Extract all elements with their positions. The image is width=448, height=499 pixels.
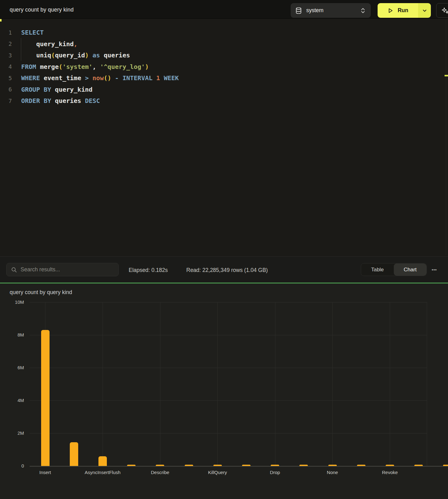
- y-axis-label: 2M: [0, 430, 24, 436]
- code-text: uniq(query_id) as queries: [21, 51, 130, 59]
- code-line[interactable]: 3 uniq(query_id) as queries: [0, 50, 448, 61]
- chart-bar[interactable]: [328, 465, 337, 466]
- chart-bar[interactable]: [185, 465, 193, 466]
- code-token: [89, 51, 93, 59]
- chart-bar[interactable]: [443, 465, 448, 466]
- code-token: [119, 74, 122, 82]
- x-axis-label: Insert: [19, 470, 72, 475]
- run-options-button[interactable]: [418, 3, 431, 18]
- chevron-up-down-icon: [360, 7, 366, 14]
- x-gridline: [217, 302, 218, 466]
- chart-bar[interactable]: [41, 330, 50, 466]
- x-axis-label: None: [306, 470, 359, 475]
- overview-ruler-marker: [445, 75, 448, 76]
- line-number: 6: [0, 86, 12, 93]
- code-token: (: [51, 51, 55, 59]
- code-text: WHERE event_time > now() - INTERVAL 1 WE…: [21, 74, 179, 82]
- x-axis-label: AsyncInsertFlush: [76, 470, 129, 475]
- code-token: as: [93, 51, 100, 59]
- x-axis-label: Revoke: [363, 470, 416, 475]
- sparkle-icon: [441, 7, 448, 15]
- chart-panel: query count by query kind 02M4M6M8M10MIn…: [0, 283, 448, 499]
- code-token: (: [59, 63, 62, 70]
- chart-bar[interactable]: [98, 456, 107, 466]
- code-token: queries: [51, 97, 81, 104]
- code-line[interactable]: 7ORDER BY queries DESC: [0, 95, 448, 107]
- sql-console: { "topbar": { "title": "query count by q…: [0, 0, 448, 499]
- run-button[interactable]: Run: [378, 3, 418, 18]
- y-gridline: [30, 368, 427, 368]
- code-line[interactable]: 5WHERE event_time > now() - INTERVAL 1 W…: [0, 72, 448, 84]
- code-token: event_time: [40, 74, 85, 82]
- database-icon: [296, 7, 302, 14]
- chart-bar[interactable]: [386, 465, 394, 466]
- database-selector[interactable]: system: [291, 3, 371, 18]
- chart-bar[interactable]: [156, 465, 164, 466]
- code-token: now: [93, 74, 104, 82]
- x-axis-line: [30, 466, 448, 467]
- sql-editor[interactable]: 1SELECT2 query_kind,3 uniq(query_id) as …: [0, 19, 448, 256]
- code-token: query_id: [55, 51, 85, 59]
- code-token: ,: [93, 63, 100, 70]
- chart-bar[interactable]: [70, 442, 78, 466]
- chevron-down-icon: [422, 8, 427, 13]
- chart-title: query count by query kind: [10, 289, 72, 296]
- y-gridline: [30, 400, 427, 401]
- code-token: WEEK: [160, 74, 179, 82]
- search-icon: [11, 267, 17, 273]
- ai-assistant-button[interactable]: [436, 3, 448, 18]
- x-gridline: [102, 302, 103, 466]
- more-options-button[interactable]: •••: [429, 263, 440, 276]
- elapsed-stat: Elapsed: 0.182s: [129, 257, 168, 283]
- line-number: 2: [0, 41, 12, 47]
- indent-guide: [21, 38, 21, 61]
- editor-marker: [0, 19, 2, 22]
- x-axis-label: KillQuery: [191, 470, 244, 475]
- chart-bar[interactable]: [127, 465, 136, 466]
- code-token: >: [85, 74, 89, 82]
- line-number: 7: [0, 98, 12, 104]
- chart-bar[interactable]: [242, 465, 250, 466]
- line-number: 3: [0, 52, 12, 59]
- run-split-button: Run: [378, 3, 431, 18]
- code-line[interactable]: 6GROUP BY query_kind: [0, 84, 448, 95]
- code-token: FROM: [21, 63, 36, 70]
- code-text: ORDER BY queries DESC: [21, 97, 100, 104]
- tab-table[interactable]: Table: [361, 264, 394, 276]
- search-input[interactable]: [21, 266, 114, 273]
- chart-bar[interactable]: [357, 465, 365, 466]
- overview-ruler[interactable]: [446, 20, 446, 255]
- database-value: system: [306, 7, 323, 14]
- code-token: 1: [153, 74, 160, 82]
- y-gridline: [30, 433, 427, 434]
- y-axis-label: 0: [0, 463, 24, 468]
- code-token: ,: [74, 40, 78, 48]
- code-token: query_kind: [51, 86, 92, 93]
- search-box[interactable]: [6, 263, 119, 276]
- code-line[interactable]: 4FROM merge('system', '^query_log'): [0, 61, 448, 73]
- line-number: 4: [0, 63, 12, 70]
- x-gridline: [427, 302, 427, 466]
- code-token: ORDER BY: [21, 97, 51, 104]
- code-token: '^query_log': [100, 63, 145, 70]
- code-token: INTERVAL: [122, 74, 152, 82]
- chart-bar[interactable]: [213, 465, 222, 466]
- code-text: FROM merge('system', '^query_log'): [21, 63, 149, 70]
- code-line[interactable]: 1SELECT: [0, 27, 448, 38]
- code-text: GROUP BY query_kind: [21, 86, 93, 93]
- line-number: 1: [0, 29, 12, 36]
- code-line[interactable]: 2 query_kind,: [0, 38, 448, 50]
- chart-bar[interactable]: [271, 465, 279, 466]
- chart-bar[interactable]: [299, 465, 308, 466]
- code-token: (): [104, 74, 111, 82]
- query-title: query count by query kind: [10, 0, 74, 19]
- chart-bar[interactable]: [414, 465, 423, 466]
- y-gridline: [30, 302, 427, 303]
- y-gridline: [30, 335, 427, 335]
- line-number: 5: [0, 75, 12, 81]
- x-gridline: [332, 302, 333, 466]
- code-token: WHERE: [21, 74, 40, 82]
- results-toolbar: Elapsed: 0.182s Read: 22,285,349 rows (1…: [0, 256, 448, 283]
- code-token: SELECT: [21, 29, 44, 36]
- tab-chart[interactable]: Chart: [394, 264, 427, 276]
